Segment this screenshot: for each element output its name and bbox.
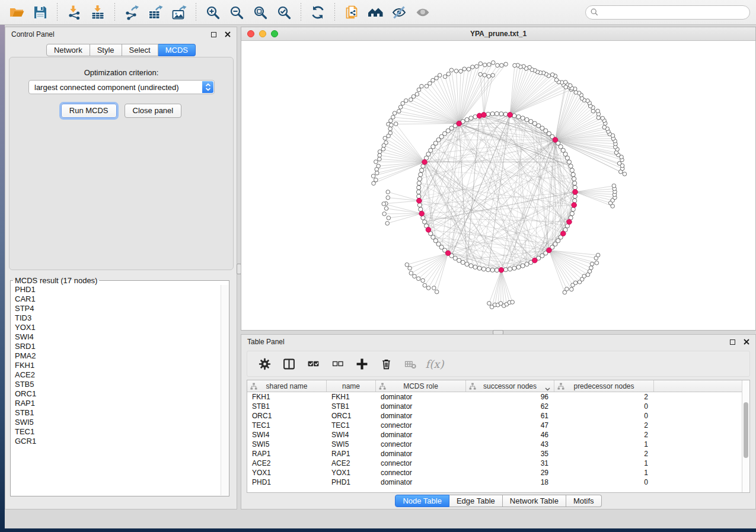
graph-dominator-node[interactable] [417, 198, 422, 203]
graph-node[interactable] [503, 112, 508, 116]
graph-dominator-node[interactable] [481, 113, 487, 118]
graph-node[interactable] [573, 281, 578, 285]
mcds-result-item[interactable]: STB5 [11, 380, 221, 389]
graph-node[interactable] [431, 78, 435, 82]
graph-node[interactable] [596, 116, 601, 120]
graph-node[interactable] [397, 109, 401, 113]
close-panel-icon[interactable] [225, 31, 231, 37]
graph-node[interactable] [564, 85, 568, 89]
graph-node[interactable] [572, 177, 576, 181]
scrollbar-thumb[interactable] [744, 402, 748, 458]
graph-node[interactable] [435, 290, 439, 294]
graph-node[interactable] [371, 174, 375, 178]
graph-dominator-node[interactable] [457, 121, 462, 126]
graph-node[interactable] [504, 62, 508, 66]
table-row[interactable]: SWI4SWI4dominator462 [247, 430, 749, 440]
graph-node[interactable] [495, 111, 499, 116]
graph-node[interactable] [386, 196, 390, 200]
graph-node[interactable] [568, 84, 572, 88]
graph-node[interactable] [565, 156, 569, 160]
mcds-result-item[interactable]: CAR1 [11, 294, 221, 304]
close-panel-icon[interactable] [744, 339, 749, 345]
graph-node[interactable] [511, 300, 515, 305]
table-row[interactable]: TEC1TEC1connector472 [247, 421, 749, 430]
graph-dominator-node[interactable] [445, 251, 451, 256]
graph-node[interactable] [525, 262, 529, 266]
graph-dominator-node[interactable] [508, 113, 513, 118]
graph-node[interactable] [417, 181, 421, 185]
graph-node[interactable] [573, 185, 577, 190]
graph-dominator-node[interactable] [572, 203, 577, 208]
graph-dominator-node[interactable] [573, 190, 578, 195]
graph-node[interactable] [573, 198, 577, 203]
mcds-result-item[interactable]: TEC1 [11, 427, 221, 437]
table-row[interactable]: STB1STB1dominator620 [247, 402, 749, 411]
table-scrollbar[interactable] [742, 380, 749, 492]
sort-chevron-icon[interactable] [545, 384, 550, 388]
graph-node[interactable] [469, 116, 473, 120]
graph-node[interactable] [422, 220, 426, 224]
graph-node[interactable] [382, 212, 387, 216]
zoom-fit-button[interactable] [249, 2, 272, 23]
graph-node[interactable] [417, 203, 422, 207]
delete-column-button[interactable] [378, 356, 394, 371]
graph-node[interactable] [595, 261, 599, 265]
save-session-button[interactable] [29, 2, 52, 23]
graph-dominator-node[interactable] [426, 227, 431, 233]
hide-selected-button[interactable] [388, 2, 410, 23]
graph-node[interactable] [512, 266, 516, 270]
tab-select[interactable]: Select [122, 44, 158, 56]
tab-motifs[interactable]: Motifs [566, 495, 602, 507]
graph-node[interactable] [486, 112, 490, 116]
table-row[interactable]: YOX1YOX1connector291 [247, 468, 749, 477]
tab-mcds[interactable]: MCDS [158, 44, 196, 56]
graph-node[interactable] [465, 117, 469, 121]
graph-node[interactable] [491, 73, 495, 78]
mcds-result-item[interactable]: YOX1 [11, 323, 221, 332]
graph-dominator-node[interactable] [560, 231, 566, 236]
graph-node[interactable] [590, 262, 594, 266]
graph-node[interactable] [582, 274, 586, 278]
graph-node[interactable] [481, 267, 486, 271]
graph-node[interactable] [563, 81, 567, 85]
select-all-rows-button[interactable] [305, 356, 321, 371]
graph-node[interactable] [479, 72, 483, 76]
mcds-result-item[interactable]: RAP1 [11, 399, 221, 408]
graph-node[interactable] [570, 211, 574, 216]
share-network-document-button[interactable] [340, 2, 363, 23]
import-table-button[interactable] [87, 2, 109, 23]
mcds-result-item[interactable]: ORC1 [11, 389, 221, 399]
graph-node[interactable] [487, 74, 491, 78]
mcds-list-scrollbar[interactable] [221, 285, 228, 495]
graph-node[interactable] [471, 65, 475, 69]
column-header-shared-name[interactable]: shared name [247, 380, 327, 392]
graph-node[interactable] [596, 253, 600, 257]
import-network-button[interactable] [63, 2, 85, 23]
graph-node[interactable] [499, 112, 503, 116]
mcds-result-item[interactable]: PMA2 [11, 351, 221, 361]
graph-node[interactable] [513, 63, 517, 68]
tab-network[interactable]: Network [46, 44, 90, 56]
graph-node[interactable] [378, 150, 382, 154]
graph-node[interactable] [459, 69, 463, 73]
graph-node[interactable] [421, 278, 425, 283]
graph-node[interactable] [601, 116, 605, 120]
graph-node[interactable] [490, 268, 495, 272]
graph-node[interactable] [417, 177, 422, 181]
graph-node[interactable] [449, 68, 454, 72]
graph-node[interactable] [408, 266, 412, 270]
graph-node[interactable] [435, 76, 439, 80]
graph-node[interactable] [491, 60, 495, 65]
graph-dominator-node[interactable] [532, 258, 538, 263]
graph-node[interactable] [602, 125, 607, 129]
graph-node[interactable] [521, 116, 525, 120]
zoom-out-button[interactable] [225, 2, 248, 23]
tab-network-table[interactable]: Network Table [503, 495, 566, 507]
mcds-result-item[interactable]: ACE2 [11, 370, 221, 380]
search-input[interactable] [601, 8, 745, 17]
mcds-result-item[interactable]: SWI5 [11, 418, 221, 427]
graph-node[interactable] [383, 136, 387, 140]
graph-node[interactable] [419, 172, 423, 177]
network-canvas[interactable] [241, 41, 755, 330]
graph-node[interactable] [387, 134, 391, 138]
